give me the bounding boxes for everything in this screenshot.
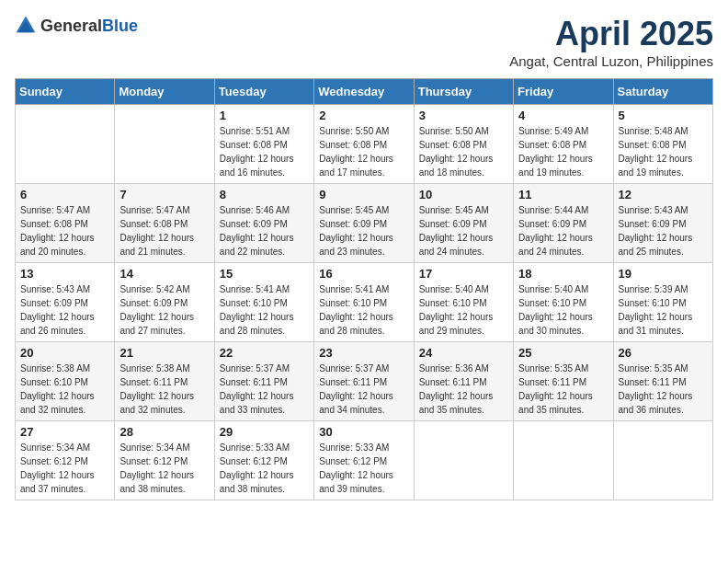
day-info: Sunrise: 5:44 AMSunset: 6:09 PMDaylight:… xyxy=(518,203,608,259)
calendar-cell: 17Sunrise: 5:40 AMSunset: 6:10 PMDayligh… xyxy=(414,263,513,342)
calendar-cell: 27Sunrise: 5:34 AMSunset: 6:12 PMDayligh… xyxy=(16,421,115,500)
calendar-week-row: 20Sunrise: 5:38 AMSunset: 6:10 PMDayligh… xyxy=(16,342,713,421)
column-header-monday: Monday xyxy=(115,79,214,105)
day-number: 24 xyxy=(419,346,508,360)
day-number: 17 xyxy=(419,267,508,281)
day-number: 3 xyxy=(419,109,508,122)
day-info: Sunrise: 5:41 AMSunset: 6:10 PMDaylight:… xyxy=(319,282,408,338)
day-info: Sunrise: 5:38 AMSunset: 6:10 PMDaylight:… xyxy=(20,362,109,417)
day-info: Sunrise: 5:40 AMSunset: 6:10 PMDaylight:… xyxy=(419,282,508,338)
day-number: 28 xyxy=(119,425,209,439)
day-info: Sunrise: 5:50 AMSunset: 6:08 PMDaylight:… xyxy=(319,124,408,179)
day-number: 5 xyxy=(619,109,708,122)
column-header-saturday: Saturday xyxy=(613,79,712,105)
calendar-cell: 30Sunrise: 5:33 AMSunset: 6:12 PMDayligh… xyxy=(314,421,414,500)
calendar-cell: 25Sunrise: 5:35 AMSunset: 6:11 PMDayligh… xyxy=(514,342,613,421)
day-info: Sunrise: 5:47 AMSunset: 6:08 PMDaylight:… xyxy=(119,203,209,259)
day-number: 7 xyxy=(119,188,209,201)
calendar-cell: 4Sunrise: 5:49 AMSunset: 6:08 PMDaylight… xyxy=(514,105,613,184)
calendar-cell: 13Sunrise: 5:43 AMSunset: 6:09 PMDayligh… xyxy=(16,263,115,342)
subtitle: Angat, Central Luzon, Philippines xyxy=(509,53,713,69)
day-info: Sunrise: 5:48 AMSunset: 6:08 PMDaylight:… xyxy=(619,124,708,179)
calendar-cell: 26Sunrise: 5:35 AMSunset: 6:11 PMDayligh… xyxy=(613,342,712,421)
day-info: Sunrise: 5:42 AMSunset: 6:09 PMDaylight:… xyxy=(119,282,209,338)
day-info: Sunrise: 5:39 AMSunset: 6:10 PMDaylight:… xyxy=(619,282,708,338)
logo-text-blue: Blue xyxy=(102,17,138,35)
day-number: 12 xyxy=(619,188,708,201)
day-info: Sunrise: 5:45 AMSunset: 6:09 PMDaylight:… xyxy=(319,203,408,259)
calendar-cell: 10Sunrise: 5:45 AMSunset: 6:09 PMDayligh… xyxy=(414,184,513,263)
calendar-cell: 21Sunrise: 5:38 AMSunset: 6:11 PMDayligh… xyxy=(115,342,214,421)
day-number: 19 xyxy=(619,267,708,281)
calendar-cell: 22Sunrise: 5:37 AMSunset: 6:11 PMDayligh… xyxy=(214,342,313,421)
main-title: April 2025 xyxy=(509,15,713,53)
calendar-cell: 24Sunrise: 5:36 AMSunset: 6:11 PMDayligh… xyxy=(414,342,513,421)
calendar-cell: 6Sunrise: 5:47 AMSunset: 6:08 PMDaylight… xyxy=(16,184,115,263)
logo-icon xyxy=(15,15,37,37)
day-info: Sunrise: 5:33 AMSunset: 6:12 PMDaylight:… xyxy=(319,441,408,496)
calendar-cell: 3Sunrise: 5:50 AMSunset: 6:08 PMDaylight… xyxy=(414,105,513,184)
column-header-friday: Friday xyxy=(514,79,613,105)
calendar-cell: 28Sunrise: 5:34 AMSunset: 6:12 PMDayligh… xyxy=(115,421,214,500)
day-info: Sunrise: 5:45 AMSunset: 6:09 PMDaylight:… xyxy=(419,203,508,259)
calendar-cell: 2Sunrise: 5:50 AMSunset: 6:08 PMDaylight… xyxy=(314,105,414,184)
day-number: 22 xyxy=(220,346,309,360)
day-number: 18 xyxy=(518,267,608,281)
calendar-cell xyxy=(115,105,214,184)
day-info: Sunrise: 5:35 AMSunset: 6:11 PMDaylight:… xyxy=(518,362,608,417)
day-number: 15 xyxy=(220,267,309,281)
column-header-tuesday: Tuesday xyxy=(214,79,313,105)
day-number: 21 xyxy=(119,346,209,360)
calendar-header-row: SundayMondayTuesdayWednesdayThursdayFrid… xyxy=(16,79,713,105)
page-header: GeneralBlue April 2025 Angat, Central Lu… xyxy=(15,15,713,69)
day-info: Sunrise: 5:47 AMSunset: 6:08 PMDaylight:… xyxy=(20,203,109,259)
day-info: Sunrise: 5:38 AMSunset: 6:11 PMDaylight:… xyxy=(119,362,209,417)
column-header-wednesday: Wednesday xyxy=(314,79,414,105)
day-info: Sunrise: 5:35 AMSunset: 6:11 PMDaylight:… xyxy=(619,362,708,417)
day-number: 2 xyxy=(319,109,408,122)
day-info: Sunrise: 5:33 AMSunset: 6:12 PMDaylight:… xyxy=(220,441,309,496)
day-info: Sunrise: 5:49 AMSunset: 6:08 PMDaylight:… xyxy=(518,124,608,179)
day-info: Sunrise: 5:51 AMSunset: 6:08 PMDaylight:… xyxy=(220,124,309,179)
day-number: 9 xyxy=(319,188,408,201)
day-number: 6 xyxy=(20,188,109,201)
calendar-cell: 12Sunrise: 5:43 AMSunset: 6:09 PMDayligh… xyxy=(613,184,712,263)
calendar-cell: 5Sunrise: 5:48 AMSunset: 6:08 PMDaylight… xyxy=(613,105,712,184)
calendar-table: SundayMondayTuesdayWednesdayThursdayFrid… xyxy=(15,78,713,500)
day-info: Sunrise: 5:34 AMSunset: 6:12 PMDaylight:… xyxy=(119,441,209,496)
day-info: Sunrise: 5:37 AMSunset: 6:11 PMDaylight:… xyxy=(319,362,408,417)
calendar-cell: 1Sunrise: 5:51 AMSunset: 6:08 PMDaylight… xyxy=(214,105,313,184)
calendar-cell: 20Sunrise: 5:38 AMSunset: 6:10 PMDayligh… xyxy=(16,342,115,421)
day-number: 13 xyxy=(20,267,109,281)
day-info: Sunrise: 5:41 AMSunset: 6:10 PMDaylight:… xyxy=(220,282,309,338)
day-info: Sunrise: 5:43 AMSunset: 6:09 PMDaylight:… xyxy=(619,203,708,259)
calendar-cell: 7Sunrise: 5:47 AMSunset: 6:08 PMDaylight… xyxy=(115,184,214,263)
day-info: Sunrise: 5:43 AMSunset: 6:09 PMDaylight:… xyxy=(20,282,109,338)
day-number: 20 xyxy=(20,346,109,360)
day-info: Sunrise: 5:34 AMSunset: 6:12 PMDaylight:… xyxy=(20,441,109,496)
calendar-cell: 11Sunrise: 5:44 AMSunset: 6:09 PMDayligh… xyxy=(514,184,613,263)
column-header-sunday: Sunday xyxy=(16,79,115,105)
calendar-week-row: 6Sunrise: 5:47 AMSunset: 6:08 PMDaylight… xyxy=(16,184,713,263)
day-info: Sunrise: 5:40 AMSunset: 6:10 PMDaylight:… xyxy=(518,282,608,338)
day-info: Sunrise: 5:36 AMSunset: 6:11 PMDaylight:… xyxy=(419,362,508,417)
day-number: 4 xyxy=(518,109,608,122)
calendar-cell: 19Sunrise: 5:39 AMSunset: 6:10 PMDayligh… xyxy=(613,263,712,342)
day-number: 27 xyxy=(20,425,109,439)
calendar-cell: 14Sunrise: 5:42 AMSunset: 6:09 PMDayligh… xyxy=(115,263,214,342)
calendar-cell: 8Sunrise: 5:46 AMSunset: 6:09 PMDaylight… xyxy=(214,184,313,263)
column-header-thursday: Thursday xyxy=(414,79,513,105)
day-info: Sunrise: 5:50 AMSunset: 6:08 PMDaylight:… xyxy=(419,124,508,179)
calendar-week-row: 27Sunrise: 5:34 AMSunset: 6:12 PMDayligh… xyxy=(16,421,713,500)
calendar-cell xyxy=(414,421,513,500)
calendar-week-row: 1Sunrise: 5:51 AMSunset: 6:08 PMDaylight… xyxy=(16,105,713,184)
calendar-week-row: 13Sunrise: 5:43 AMSunset: 6:09 PMDayligh… xyxy=(16,263,713,342)
calendar-cell: 23Sunrise: 5:37 AMSunset: 6:11 PMDayligh… xyxy=(314,342,414,421)
calendar-cell: 15Sunrise: 5:41 AMSunset: 6:10 PMDayligh… xyxy=(214,263,313,342)
calendar-cell xyxy=(16,105,115,184)
day-number: 8 xyxy=(220,188,309,201)
calendar-cell: 16Sunrise: 5:41 AMSunset: 6:10 PMDayligh… xyxy=(314,263,414,342)
day-number: 26 xyxy=(619,346,708,360)
day-info: Sunrise: 5:46 AMSunset: 6:09 PMDaylight:… xyxy=(220,203,309,259)
calendar-cell: 9Sunrise: 5:45 AMSunset: 6:09 PMDaylight… xyxy=(314,184,414,263)
